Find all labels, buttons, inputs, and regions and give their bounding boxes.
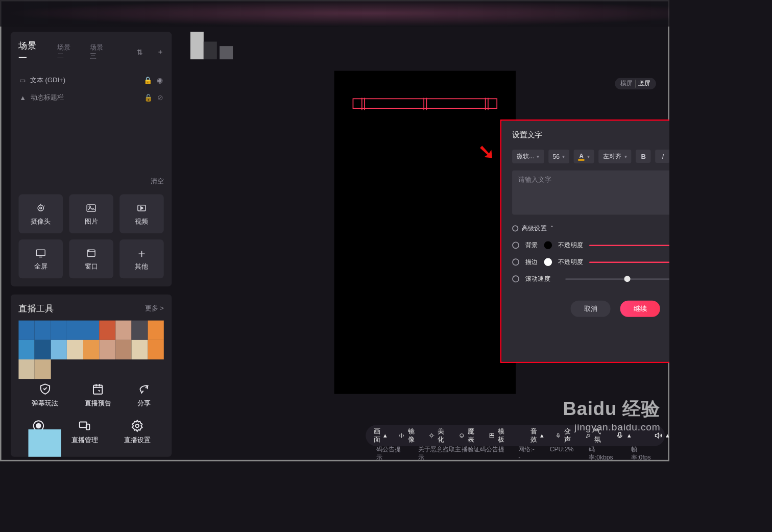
bb-beautify-button[interactable]: 美化 [428,427,447,444]
background-label: 背景 [525,241,538,250]
net-status: 网络:-- [518,446,535,461]
bb-mic-toggle[interactable]: ▴ [615,431,631,440]
speaker-icon [654,431,663,440]
shield-icon [38,382,52,396]
stroke-label: 描边 [525,258,538,266]
eye-off-icon[interactable]: ⊘ [157,93,163,102]
text-input[interactable]: 请输入文字 [512,171,669,215]
caret-up-icon: ▴ [383,431,387,440]
stroke-radio[interactable] [512,258,519,265]
scroll-label: 滚动速度 [525,275,559,283]
canvas-stage[interactable] [334,71,516,394]
annotation-highlight-box: 设置文字 ✕ 微软...▾ 56▾ A▾ 左对齐▾ B I U ↓T 请输入文字… [500,119,669,363]
notice-link-2[interactable]: 关于恶意盗取主播验证码公告提示 [418,446,506,461]
scroll-speed-slider[interactable] [565,278,669,280]
bb-mirror-button[interactable]: 镜像 [398,427,417,444]
svg-rect-8 [93,385,102,394]
confirm-button[interactable]: 继续 [620,301,660,317]
sparkle-icon [428,431,435,440]
live-tools-panel: 直播工具 更多 > 弹幕玩法 直播预告 分享 [11,295,172,457]
svg-rect-12 [86,424,90,430]
cpu-status: CPU:2% [550,446,574,461]
bitrate-status: 码率:0kbps [589,446,616,461]
horizontal-option[interactable]: 横屏 [620,80,633,88]
orientation-toggle[interactable]: 横屏 竖屏 [615,78,656,90]
svg-point-10 [36,424,41,428]
live-manage-button[interactable]: 直播管理 [71,419,98,444]
chevron-up-icon: ˄ [550,225,553,232]
image-source-icon: ▲ [19,94,26,102]
scroll-radio[interactable] [512,275,519,282]
svg-rect-16 [490,433,492,436]
source-name: 动态标题栏 [31,93,139,102]
font-size-dropdown[interactable]: 56▾ [548,150,569,163]
notice-link-1[interactable]: 码公告提示 [376,446,405,461]
bg-opacity-label: 不透明度 [558,241,583,250]
devices-icon [78,419,91,432]
bb-frame-button[interactable]: 画面▴ [374,427,387,444]
bb-template-button[interactable]: 模板 [489,427,507,444]
status-bar: 码公告提示 关于恶意盗取主播验证码公告提示 网络:-- CPU:2% 码率:0k… [366,448,665,460]
svg-point-14 [430,434,433,437]
text-settings-modal: 设置文字 ✕ 微软...▾ 56▾ A▾ 左对齐▾ B I U ↓T 请输入文字… [501,121,669,362]
bg-opacity-slider[interactable] [589,245,669,246]
modal-title: 设置文字 [512,130,542,140]
expand-icon [512,225,518,231]
live-settings-button[interactable]: 直播设置 [124,419,151,444]
background-radio[interactable] [512,241,519,249]
mic2-icon [615,431,624,440]
mirror-icon [398,431,404,440]
caret-up-icon: ▴ [540,431,544,440]
svg-point-13 [136,424,139,428]
share-button[interactable]: 分享 [137,382,151,407]
bold-button[interactable]: B [636,150,650,163]
cancel-button[interactable]: 取消 [571,301,611,317]
calendar-icon [91,382,105,396]
stroke-color-swatch[interactable] [544,258,552,266]
svg-rect-20 [619,432,621,437]
caret-up-icon: ▴ [628,431,631,440]
preview-thumbnails [190,32,233,59]
caret-up-icon: ▴ [666,431,669,440]
magic-icon [459,431,465,440]
bottom-toolbar: 画面▴ 镜像 美化 魔表 模板 音效▴ 变声 气氛 ▴ ▴ 开始直播 [366,425,665,446]
bb-ambience-button[interactable]: 气氛 [585,427,604,444]
bb-sound-button[interactable]: 音效▴ [530,427,544,444]
svg-rect-11 [80,422,87,427]
gear-icon [131,419,144,432]
background-color-swatch[interactable] [544,241,552,250]
svg-rect-19 [558,433,559,437]
schedule-button[interactable]: 直播预告 [85,382,111,407]
font-color-dropdown[interactable]: A▾ [574,150,594,163]
bb-voice-button[interactable]: 变声 [555,427,573,444]
bb-speaker-toggle[interactable]: ▴ [654,431,669,440]
confetti-icon [585,431,591,440]
svg-rect-17 [492,433,494,436]
svg-point-15 [460,434,464,438]
source-row-title[interactable]: ▲ 动态标题栏 🔒 ⊘ [18,89,163,106]
share-icon [137,382,151,396]
vertical-option[interactable]: 竖屏 [638,80,650,88]
danmu-button[interactable]: 弹幕玩法 [32,382,58,407]
text-align-dropdown[interactable]: 左对齐▾ [599,150,632,163]
advanced-toggle[interactable]: 高级设置 ˄ [512,225,669,233]
lock-icon[interactable]: 🔒 [144,93,153,102]
italic-button[interactable]: I [655,150,669,163]
tools-title: 直播工具 [18,302,54,314]
bb-magic-button[interactable]: 魔表 [459,427,477,444]
record-indicator [28,429,61,457]
grid-icon [489,431,495,440]
font-family-dropdown[interactable]: 微软...▾ [512,150,544,163]
svg-rect-18 [490,436,494,438]
text-selection-box[interactable] [353,98,498,109]
fps-status: 帧率:0fps [631,446,654,461]
mic-icon [555,431,561,440]
annotation-arrow: ➘ [478,140,495,164]
stroke-opacity-label: 不透明度 [558,258,583,266]
color-palette [18,321,163,369]
stroke-opacity-slider[interactable] [589,261,669,263]
tools-more-button[interactable]: 更多 > [145,304,164,312]
